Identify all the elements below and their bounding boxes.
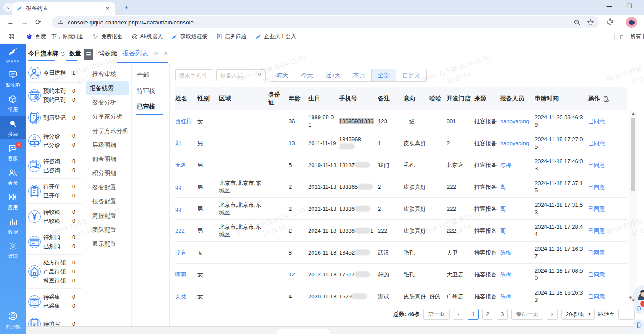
flow-row[interactable]: 处方待领0 bbox=[43, 258, 82, 267]
flow-row[interactable]: 待咨询0 bbox=[43, 157, 82, 166]
cell-reporter[interactable]: 陈梅 bbox=[500, 159, 535, 171]
sidebar-item-cube[interactable]: 常用 bbox=[0, 91, 26, 115]
collapse-arrow-icon[interactable]: ▼ bbox=[629, 295, 632, 300]
date-range-button[interactable]: 近7天 bbox=[319, 69, 347, 82]
menu-item[interactable]: 海报配置 bbox=[86, 209, 129, 223]
menu-item[interactable]: 佣金明细 bbox=[86, 152, 129, 166]
cell-reporter[interactable]: 陈梅 bbox=[500, 268, 535, 281]
flow-row[interactable]: 今日建档1 bbox=[43, 68, 82, 77]
reload-icon[interactable]: ⟳ bbox=[35, 18, 41, 27]
column-header[interactable]: 性别 bbox=[197, 95, 219, 103]
column-header[interactable]: 操作 bbox=[588, 95, 627, 103]
flow-row[interactable]: 待开单0 bbox=[43, 182, 82, 191]
cell-action[interactable]: 已同意 bbox=[588, 115, 627, 128]
menu-item[interactable]: 层级明细 bbox=[86, 138, 129, 152]
next-page-button[interactable]: › bbox=[547, 309, 558, 320]
column-header[interactable]: 开发门店 bbox=[447, 95, 474, 103]
cell-name[interactable]: 刘 bbox=[175, 137, 197, 149]
column-header[interactable]: 区域 bbox=[219, 95, 268, 103]
column-header[interactable]: 申请时间 bbox=[535, 95, 588, 103]
window-restore-button[interactable]: ❐ bbox=[623, 1, 635, 12]
cell-name[interactable]: 啊啊 bbox=[175, 268, 197, 281]
menu-item[interactable]: 分享方式分析 bbox=[86, 124, 129, 138]
cell-reporter[interactable]: 陈梅 bbox=[500, 246, 535, 259]
flow-row[interactable]: 预约已到0 bbox=[43, 95, 82, 104]
bookmark-item[interactable]: 免费抠图 bbox=[92, 33, 123, 40]
flow-row[interactable]: 科室待领0 bbox=[43, 276, 82, 285]
column-header[interactable]: 年龄 bbox=[289, 95, 308, 103]
flow-row[interactable]: 待采集0 bbox=[43, 292, 82, 301]
cell-name[interactable]: 安然 bbox=[175, 290, 197, 303]
page-number-button[interactable]: 3 bbox=[497, 309, 508, 320]
column-header[interactable]: 报备人员 bbox=[500, 95, 535, 103]
menu-item[interactable]: 报备线索 bbox=[86, 81, 129, 95]
cell-action[interactable]: 已同意 bbox=[588, 159, 627, 171]
column-header[interactable]: 备注 bbox=[378, 95, 404, 103]
first-page-button[interactable]: 第一页 bbox=[423, 309, 450, 320]
column-header[interactable]: 身份证 bbox=[268, 91, 289, 106]
flow-row[interactable]: 已咨询0 bbox=[43, 166, 82, 175]
date-range-button[interactable]: 全部 bbox=[371, 69, 396, 82]
column-header[interactable]: 手机号 bbox=[339, 95, 378, 103]
sidebar-item-chat[interactable]: 6客服 bbox=[0, 140, 26, 164]
menu-item[interactable]: 裂变分析 bbox=[86, 95, 129, 109]
menu-toggle-icon[interactable]: ☰ bbox=[84, 49, 93, 60]
date-range-button[interactable]: 本月 bbox=[347, 69, 372, 82]
cell-reporter[interactable]: 高 bbox=[500, 203, 535, 215]
workspace-tab-2[interactable]: 报备列表⟳✕ bbox=[122, 44, 168, 63]
column-settings-icon[interactable] bbox=[603, 96, 609, 102]
back-icon[interactable]: ← bbox=[7, 18, 14, 27]
cell-reporter[interactable]: 高 bbox=[500, 225, 535, 237]
page-number-button[interactable]: 1 bbox=[468, 309, 479, 320]
window-minimize-button[interactable]: — bbox=[603, 1, 616, 12]
scroll-up-icon[interactable]: ▲ bbox=[629, 112, 637, 115]
zoom-out-icon[interactable] bbox=[574, 19, 581, 26]
submenu-item[interactable]: 待审核 bbox=[132, 83, 169, 99]
forward-icon[interactable]: → bbox=[21, 18, 28, 27]
cell-reporter[interactable]: happyaging bbox=[500, 137, 535, 149]
cell-name[interactable]: 西红柿 bbox=[175, 115, 197, 128]
flow-refresh-icon[interactable] bbox=[60, 51, 66, 57]
cell-name[interactable]: 无名 bbox=[175, 159, 197, 171]
page-size-select[interactable]: 20条/页▼ bbox=[561, 309, 595, 320]
bookmark-item[interactable]: 店务问题 bbox=[216, 33, 246, 40]
browser-tab[interactable]: 报备列表 ✕ bbox=[12, 2, 115, 15]
last-page-button[interactable]: 最后一页 bbox=[511, 309, 543, 320]
page-number-button[interactable]: 2 bbox=[482, 309, 493, 320]
bookmark-item[interactable]: 百度一下，你就知道 bbox=[26, 33, 84, 40]
browser-profile-avatar[interactable] bbox=[626, 17, 637, 28]
date-range-button[interactable]: 昨天 bbox=[270, 69, 295, 82]
flow-row[interactable]: 待分诊0 bbox=[43, 131, 82, 140]
cell-action[interactable]: 已同意 bbox=[588, 225, 627, 237]
menu-item[interactable]: 裂变配置 bbox=[86, 180, 129, 194]
cell-reporter[interactable]: 陈梅 bbox=[500, 290, 535, 303]
sidebar-item-apps[interactable]: 应用 bbox=[0, 189, 26, 213]
tab-search-icon[interactable]: ⌄ bbox=[3, 3, 13, 12]
menu-item[interactable]: 报备配置 bbox=[86, 194, 129, 209]
cell-name[interactable]: gg bbox=[175, 203, 197, 215]
flow-row[interactable]: 待收银0 bbox=[43, 207, 82, 216]
column-header[interactable]: 生日 bbox=[308, 95, 339, 103]
tab-refresh-icon[interactable]: ⟳ bbox=[153, 50, 158, 57]
menu-item[interactable]: 团队配置 bbox=[86, 223, 129, 237]
scrollbar-thumb[interactable] bbox=[631, 118, 635, 191]
bookmarks-overflow[interactable]: 所有书签 bbox=[614, 30, 644, 44]
site-settings-icon[interactable] bbox=[57, 19, 64, 26]
menu-item[interactable]: 显示配置 bbox=[86, 237, 129, 251]
cell-reporter[interactable]: 高 bbox=[500, 181, 535, 193]
bookmark-item[interactable]: 获取短链接 bbox=[171, 33, 207, 40]
cell-reporter[interactable]: happyaging bbox=[500, 115, 535, 128]
flow-row[interactable]: 已分诊0 bbox=[43, 140, 82, 149]
menu-item[interactable]: 推客审核 bbox=[86, 67, 129, 81]
submenu-item[interactable]: 全部 bbox=[132, 67, 169, 83]
notification-bell-button[interactable] bbox=[633, 302, 644, 314]
date-range-button[interactable]: 今天 bbox=[295, 69, 319, 82]
jump-page-input[interactable] bbox=[618, 309, 635, 320]
sidebar-item-gear[interactable]: 管理 bbox=[0, 238, 26, 261]
flow-row[interactable]: 待划扣0 bbox=[43, 233, 82, 242]
bookmark-item[interactable]: Ai-机器人 bbox=[131, 33, 163, 40]
prev-page-button[interactable]: ‹ bbox=[453, 309, 464, 320]
cell-action[interactable]: 已同意 bbox=[588, 181, 627, 193]
sidebar-item-search[interactable]: 搜索 bbox=[0, 116, 26, 139]
cell-action[interactable]: 已同意 bbox=[588, 203, 627, 215]
